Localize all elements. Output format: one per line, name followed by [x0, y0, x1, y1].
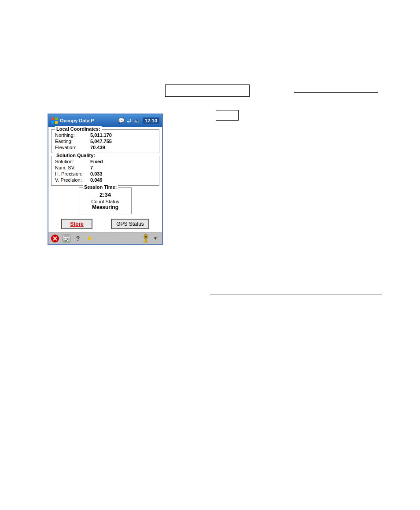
- session-status-value: Measuring: [86, 204, 124, 210]
- close-icon[interactable]: [51, 235, 59, 242]
- buttons-row: Store GPS Status: [48, 217, 162, 232]
- message-icon: 💬: [118, 117, 125, 124]
- num-sv-label: Num. SV:: [55, 165, 90, 170]
- content-area: Local Coordinates: Northing: 5,011.170 E…: [48, 129, 162, 232]
- store-button[interactable]: Store: [61, 219, 92, 229]
- local-coordinates-legend: Local Coordinates:: [55, 126, 102, 132]
- svg-rect-0: [52, 117, 54, 120]
- top-right-underline: [294, 92, 378, 93]
- svg-rect-2: [52, 121, 54, 124]
- session-time-legend: Session Time:: [83, 184, 118, 190]
- num-sv-value: 7: [90, 165, 93, 170]
- session-count-label: Count Status: [86, 199, 124, 204]
- title-bar: Occupy Data P 💬 ⇄ 🔈 12:10: [48, 114, 162, 127]
- svg-rect-1: [55, 117, 58, 120]
- dropdown-arrow-icon[interactable]: ▼: [151, 235, 159, 242]
- v-precision-value: 0.049: [90, 177, 103, 183]
- title-bar-left: Occupy Data P: [51, 117, 94, 124]
- bottom-underline: [210, 294, 382, 294]
- northing-value: 5,011.170: [90, 132, 112, 138]
- northing-label: Northing:: [55, 132, 90, 138]
- svg-rect-13: [144, 242, 148, 242]
- v-precision-label: V. Precision:: [55, 177, 90, 183]
- solution-row: Solution: Fixed: [55, 159, 155, 164]
- session-time-section: Session Time: 2:34 Count Status Measurin…: [79, 187, 132, 214]
- top-input-field[interactable]: [165, 84, 250, 97]
- svg-rect-3: [55, 121, 58, 124]
- taskbar: ? ★ ▼: [48, 232, 162, 244]
- title-bar-icons: 💬 ⇄ 🔈 12:10: [118, 117, 159, 124]
- solution-label: Solution:: [55, 159, 90, 164]
- windows-logo-icon: [51, 117, 58, 124]
- v-precision-row: V. Precision: 0.049: [55, 177, 155, 183]
- solution-quality-section: Solution Quality: Solution: Fixed Num. S…: [51, 156, 159, 186]
- elevation-value: 70.439: [90, 145, 105, 150]
- gps-icon[interactable]: [142, 235, 150, 242]
- svg-point-14: [145, 236, 147, 238]
- svg-rect-8: [64, 235, 69, 237]
- gps-status-button[interactable]: GPS Status: [111, 219, 149, 229]
- solution-quality-legend: Solution Quality:: [55, 153, 96, 158]
- elevation-label: Elevation:: [55, 145, 90, 150]
- session-time-wrapper: Session Time: 2:34 Count Status Measurin…: [48, 187, 162, 214]
- easting-value: 5,047.755: [90, 139, 112, 144]
- small-input-box[interactable]: [216, 110, 239, 121]
- local-coordinates-section: Local Coordinates: Northing: 5,011.170 E…: [51, 129, 159, 153]
- num-sv-row: Num. SV: 7: [55, 165, 155, 170]
- favorites-icon[interactable]: ★: [85, 235, 93, 242]
- easting-label: Easting:: [55, 139, 90, 144]
- device-window: Occupy Data P 💬 ⇄ 🔈 12:10 Local Coordina…: [48, 114, 163, 245]
- h-precision-value: 0.033: [90, 171, 103, 176]
- elevation-row: Elevation: 70.439: [55, 145, 155, 150]
- h-precision-label: H. Precision:: [55, 171, 90, 176]
- solution-value: Fixed: [90, 159, 103, 164]
- taskbar-left: ? ★: [51, 235, 93, 242]
- easting-row: Easting: 5,047.755: [55, 139, 155, 144]
- window-title: Occupy Data P: [60, 118, 94, 123]
- northing-row: Northing: 5,011.170: [55, 132, 155, 138]
- time-display: 12:10: [143, 117, 159, 124]
- session-time-value: 2:34: [86, 191, 124, 198]
- help-icon[interactable]: ?: [74, 235, 82, 242]
- h-precision-row: H. Precision: 0.033: [55, 171, 155, 176]
- save-icon[interactable]: [63, 235, 70, 242]
- volume-icon: 🔈: [134, 117, 140, 124]
- sync-icon: ⇄: [127, 117, 132, 124]
- taskbar-right: ▼: [142, 235, 159, 242]
